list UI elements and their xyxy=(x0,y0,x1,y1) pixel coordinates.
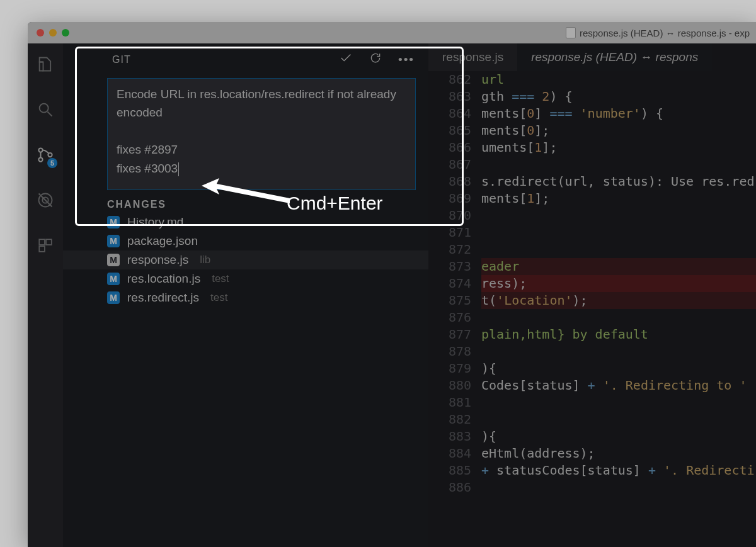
search-icon[interactable] xyxy=(36,100,55,119)
code-line: 884eHtml(address); xyxy=(428,445,756,462)
code-view[interactable]: 862url863gth === 2) {864ments[0] === 'nu… xyxy=(428,71,756,547)
line-number: 883 xyxy=(428,428,481,445)
line-number: 877 xyxy=(428,326,481,343)
line-text xyxy=(481,241,756,258)
line-text xyxy=(481,411,756,428)
extensions-icon[interactable] xyxy=(36,236,55,255)
close-window-button[interactable] xyxy=(37,29,44,37)
tab-diff[interactable]: response.js (HEAD) ↔ respons xyxy=(517,43,712,71)
line-number: 868 xyxy=(428,173,481,190)
code-line: 872 xyxy=(428,241,756,258)
svg-rect-8 xyxy=(39,246,45,252)
commit-check-icon[interactable] xyxy=(339,51,353,68)
titlebar: response.js (HEAD) ↔ response.js - exp xyxy=(28,22,756,43)
app-window: response.js (HEAD) ↔ response.js - exp 5 xyxy=(28,22,756,547)
text-cursor xyxy=(178,162,179,176)
code-line: 886 xyxy=(428,479,756,496)
line-number: 882 xyxy=(428,411,481,428)
line-number: 862 xyxy=(428,71,481,88)
line-text xyxy=(481,479,756,496)
line-text: url xyxy=(481,71,756,88)
tab-response-js[interactable]: response.js xyxy=(428,43,517,71)
line-number: 879 xyxy=(428,360,481,377)
change-filename: res.location.js xyxy=(127,272,200,286)
line-number: 874 xyxy=(428,275,481,292)
editor-area: response.js response.js (HEAD) ↔ respons… xyxy=(428,43,756,547)
change-dir: lib xyxy=(200,254,210,266)
line-text xyxy=(481,394,756,411)
change-row[interactable]: Mresponse.jslib xyxy=(63,251,428,269)
line-text: Codes[status] + '. Redirecting to ' xyxy=(481,377,756,394)
code-line: 863gth === 2) { xyxy=(428,88,756,105)
commit-message-input[interactable]: Encode URL in res.location/res.redirect … xyxy=(107,78,416,190)
explorer-icon[interactable] xyxy=(36,55,55,74)
line-text: ){ xyxy=(481,428,756,445)
line-number: 878 xyxy=(428,343,481,360)
code-line: 865ments[0]; xyxy=(428,122,756,139)
more-actions-icon[interactable]: ••• xyxy=(398,53,415,67)
line-text xyxy=(481,156,756,173)
line-number: 880 xyxy=(428,377,481,394)
change-dir: test xyxy=(210,291,227,304)
change-row[interactable]: Mres.redirect.jstest xyxy=(63,288,428,307)
svg-point-2 xyxy=(38,157,42,161)
line-number: 875 xyxy=(428,292,481,309)
line-number: 885 xyxy=(428,462,481,479)
change-row[interactable]: Mpackage.json xyxy=(63,232,428,251)
line-number: 867 xyxy=(428,156,481,173)
code-line: 876 xyxy=(428,309,756,326)
code-line: 873eader xyxy=(428,258,756,275)
code-line: 882 xyxy=(428,411,756,428)
scm-badge: 5 xyxy=(47,158,57,168)
code-line: 869ments[1]; xyxy=(428,190,756,207)
line-number: 884 xyxy=(428,445,481,462)
line-text: uments[1]; xyxy=(481,139,756,156)
scm-actions: ••• xyxy=(339,51,415,68)
refresh-icon[interactable] xyxy=(369,52,382,67)
line-text xyxy=(481,224,756,241)
line-text: gth === 2) { xyxy=(481,88,756,105)
line-text: eHtml(address); xyxy=(481,445,756,462)
change-filename: response.js xyxy=(127,253,188,267)
code-line: 862url xyxy=(428,71,756,88)
code-line: 866uments[1]; xyxy=(428,139,756,156)
code-line: 885+ statusCodes[status] + '. Redirecti xyxy=(428,462,756,479)
window-title-text: response.js (HEAD) ↔ response.js - exp xyxy=(580,28,750,38)
code-line: 881 xyxy=(428,394,756,411)
tab-label: response.js (HEAD) ↔ respons xyxy=(531,50,698,64)
code-line: 864ments[0] === 'number') { xyxy=(428,105,756,122)
code-line: 879){ xyxy=(428,360,756,377)
line-number: 865 xyxy=(428,122,481,139)
traffic-lights xyxy=(37,29,69,37)
modified-badge: M xyxy=(107,273,120,285)
changes-list: MHistory.mdMpackage.jsonMresponse.jslibM… xyxy=(63,213,428,307)
change-row[interactable]: Mres.location.jstest xyxy=(63,269,428,288)
zoom-window-button[interactable] xyxy=(62,29,69,37)
line-text: ments[1]; xyxy=(481,190,756,207)
line-number: 864 xyxy=(428,105,481,122)
code-line: 871 xyxy=(428,224,756,241)
minimize-window-button[interactable] xyxy=(49,29,57,37)
line-text: ress); xyxy=(481,275,756,292)
svg-marker-9 xyxy=(202,178,290,203)
line-text: ments[0] === 'number') { xyxy=(481,105,756,122)
code-line: 874ress); xyxy=(428,275,756,292)
debug-icon[interactable] xyxy=(36,191,55,210)
svg-point-1 xyxy=(38,148,42,152)
line-number: 866 xyxy=(428,139,481,156)
modified-badge: M xyxy=(107,235,120,247)
annotation-arrow-icon xyxy=(202,178,290,218)
annotation-label: Cmd+Enter xyxy=(287,193,383,214)
line-text xyxy=(481,309,756,326)
code-line: 867 xyxy=(428,156,756,173)
line-text: ){ xyxy=(481,360,756,377)
code-line: 877plain,html} by default xyxy=(428,326,756,343)
source-control-icon[interactable]: 5 xyxy=(36,145,55,164)
line-number: 873 xyxy=(428,258,481,275)
code-line: 870 xyxy=(428,207,756,224)
code-line: 880Codes[status] + '. Redirecting to ' xyxy=(428,377,756,394)
line-text xyxy=(481,207,756,224)
line-text: eader xyxy=(481,258,756,275)
svg-point-0 xyxy=(40,104,49,113)
line-number: 863 xyxy=(428,88,481,105)
